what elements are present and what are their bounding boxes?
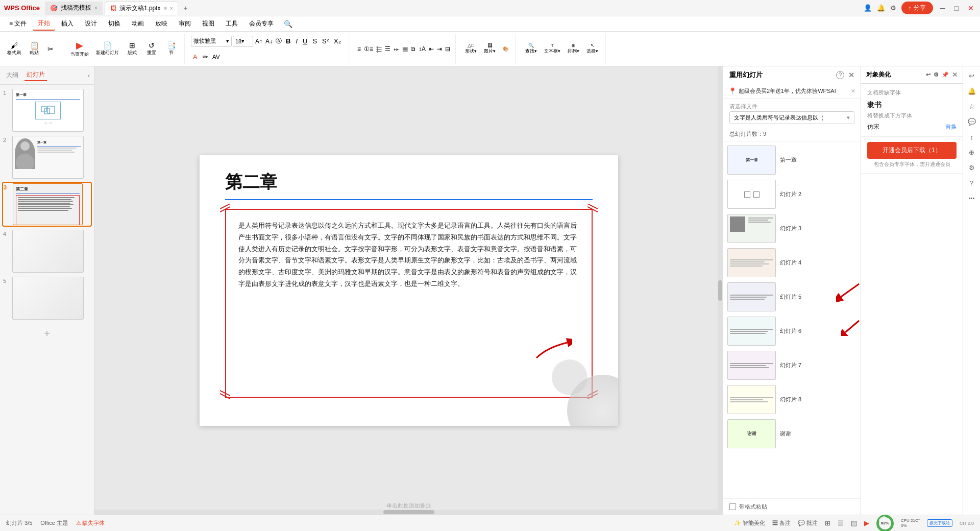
zoom-circle-gauge[interactable]: 82%	[876, 515, 894, 532]
slide-preview-1[interactable]: 第一章 第一章	[12, 89, 84, 132]
paste-checkbox[interactable]	[729, 503, 736, 510]
tab-template-close[interactable]: ×	[94, 5, 97, 11]
slide-preview-5[interactable]	[12, 277, 84, 320]
vert-settings-icon[interactable]: ⚙	[966, 161, 978, 174]
vert-comment-icon[interactable]: 💬	[966, 115, 978, 128]
line-spacing-btn[interactable]: ↕A	[418, 44, 427, 54]
view-outline-btn[interactable]: ☰	[838, 519, 844, 527]
para-spacing-btn[interactable]: ⊟	[444, 44, 451, 54]
font-warning-badge[interactable]: ⚠ 缺失字体	[76, 519, 105, 527]
reuse-thumb-9[interactable]: 谢谢 谢谢	[727, 418, 856, 449]
vert-more-icon[interactable]: •••	[966, 192, 978, 204]
close-button[interactable]: ✕	[966, 4, 976, 12]
maximize-button[interactable]: □	[952, 4, 961, 12]
reuse-panel-close[interactable]: ✕	[848, 71, 854, 79]
new-slide-btn[interactable]: 📄新建幻灯片	[93, 39, 122, 58]
font-increase-btn[interactable]: A↑	[254, 37, 263, 46]
menu-insert[interactable]: 插入	[56, 17, 79, 30]
settings-icon[interactable]: ⚙	[890, 4, 896, 12]
add-slide-button[interactable]: +	[3, 324, 91, 344]
reuse-thumb-3[interactable]: 幻灯片 3	[727, 213, 856, 244]
align-left-btn[interactable]: ⬱	[375, 44, 383, 54]
content-box[interactable]: 是人类用符号记录表达信息以传之久远的方式和工具。现代文字大多是记录语言的工具。人…	[225, 209, 593, 398]
vert-expand-icon[interactable]: ↕	[966, 131, 978, 143]
subscript-btn[interactable]: X₂	[332, 36, 343, 46]
bell-icon[interactable]: 🔔	[877, 4, 885, 12]
smart-btn[interactable]: ✨ 智能美化	[734, 519, 765, 527]
slide-thumb-5[interactable]: 5	[3, 277, 91, 320]
indent-decrease-btn[interactable]: ⇤	[428, 44, 435, 54]
tab-outline[interactable]: 大纲	[4, 70, 20, 81]
reuse-panel-help[interactable]: ?	[836, 71, 844, 79]
menu-animation[interactable]: 动画	[127, 17, 149, 30]
slide-thumb-2[interactable]: 2 第一章	[3, 136, 91, 179]
review-btn[interactable]: 💬 批注	[798, 519, 818, 527]
vert-add-icon[interactable]: ⊕	[966, 146, 978, 158]
section-btn[interactable]: 📑节	[162, 39, 180, 58]
font-size-selector[interactable]: 18▾	[233, 36, 253, 47]
shadow-btn[interactable]: S²	[320, 36, 331, 46]
promo-close-btn[interactable]: ✕	[851, 88, 855, 94]
editor-scrollbar-v[interactable]	[718, 66, 723, 515]
align-center-btn[interactable]: ☰	[384, 44, 391, 54]
share-button[interactable]: ↑ 分享	[901, 2, 933, 14]
indent-increase-btn[interactable]: ⇥	[436, 44, 443, 54]
format-painter-btn[interactable]: 🖌格式刷	[4, 39, 24, 58]
download-member-btn[interactable]: 开通会员后下载（1）	[867, 142, 957, 159]
tab-slides[interactable]: 幻灯片	[24, 69, 47, 81]
view-slide-btn[interactable]: ▤	[851, 519, 857, 527]
replace-link[interactable]: 替换	[945, 123, 957, 131]
source-dropdown[interactable]: 文字是人类用符号记录表达信息以（ ▾	[729, 111, 854, 124]
menu-review[interactable]: 审阅	[174, 17, 196, 30]
layout-btn[interactable]: ⊞版式	[123, 39, 141, 58]
slide-preview-2[interactable]: 第一章	[12, 136, 84, 179]
menu-tools[interactable]: 工具	[220, 17, 243, 30]
reuse-thumb-8[interactable]: 幻灯片 8	[727, 384, 856, 415]
slideshow-start-btn[interactable]: ▶	[864, 519, 869, 527]
font-decrease-btn[interactable]: A↓	[264, 37, 274, 46]
select-btn[interactable]: ↖选择▾	[583, 41, 601, 57]
slide-canvas[interactable]: 第二章 是人类用符号记录表达信息以传之久远的方式和工具。现代文字	[200, 155, 618, 426]
tab-pptx-close[interactable]: ×	[170, 6, 173, 11]
menu-transition[interactable]: 切换	[103, 17, 126, 30]
panel-collapse-icon[interactable]: ‹	[88, 72, 90, 79]
vert-bell-icon[interactable]: 🔔	[966, 85, 978, 97]
arrange-btn[interactable]: ⊞排列▾	[565, 41, 582, 57]
reuse-thumb-4[interactable]: 幻灯片 4	[727, 247, 856, 278]
new-tab-button[interactable]: +	[180, 4, 190, 12]
menu-member[interactable]: 会员专享	[244, 17, 279, 30]
italic-btn[interactable]: I	[293, 36, 300, 46]
clear-format-btn[interactable]: Ⓐ	[275, 36, 283, 46]
slide-thumb-3[interactable]: 3 第二章	[3, 183, 91, 226]
highlight-btn[interactable]: ✏	[201, 52, 210, 62]
bullets-btn[interactable]: ≡	[356, 44, 362, 54]
menu-file[interactable]: ≡ 文件	[4, 17, 32, 30]
obj-gear-icon[interactable]: ⚙	[934, 71, 939, 78]
bold-btn[interactable]: B	[284, 36, 292, 46]
reuse-thumb-2[interactable]: 幻灯片 2	[727, 179, 856, 210]
reuse-thumb-6[interactable]: 幻灯片 6	[727, 316, 856, 347]
shape-btn[interactable]: △□形状▾	[462, 41, 480, 57]
image-btn[interactable]: 🖼图片▾	[481, 41, 499, 57]
slide-footer-note[interactable]: 单击此处添加备注	[386, 502, 431, 510]
slideshow-btn[interactable]: ▶当页开始	[67, 38, 92, 60]
tab-active[interactable]: 🖼 演示文稿1.pptx ×	[105, 2, 179, 15]
menu-design[interactable]: 设计	[80, 17, 102, 30]
editor-scrollbar-h[interactable]	[94, 510, 723, 515]
column-btn[interactable]: ⧉	[410, 44, 416, 54]
char-spacing-btn[interactable]: AV	[211, 53, 221, 62]
user-icon[interactable]: 👤	[864, 4, 872, 12]
slide-preview-3[interactable]: 第二章	[13, 183, 83, 225]
menu-home[interactable]: 开始	[33, 17, 55, 31]
underline-btn[interactable]: U	[301, 36, 309, 46]
justify-btn[interactable]: ▤	[401, 44, 409, 54]
find-btn[interactable]: 🔍查找▾	[522, 41, 540, 57]
cut-btn[interactable]: ✂	[44, 43, 57, 55]
numbering-btn[interactable]: ①≡	[363, 44, 374, 54]
vert-undo-icon[interactable]: ↩	[966, 69, 978, 82]
vert-star-icon[interactable]: ☆	[966, 100, 978, 112]
obj-panel-close-btn[interactable]: ✕	[952, 71, 958, 79]
view-normal-btn[interactable]: ⊞	[825, 519, 830, 527]
font-color-btn[interactable]: A	[191, 52, 200, 62]
obj-refresh-icon[interactable]: ↩	[926, 71, 930, 78]
